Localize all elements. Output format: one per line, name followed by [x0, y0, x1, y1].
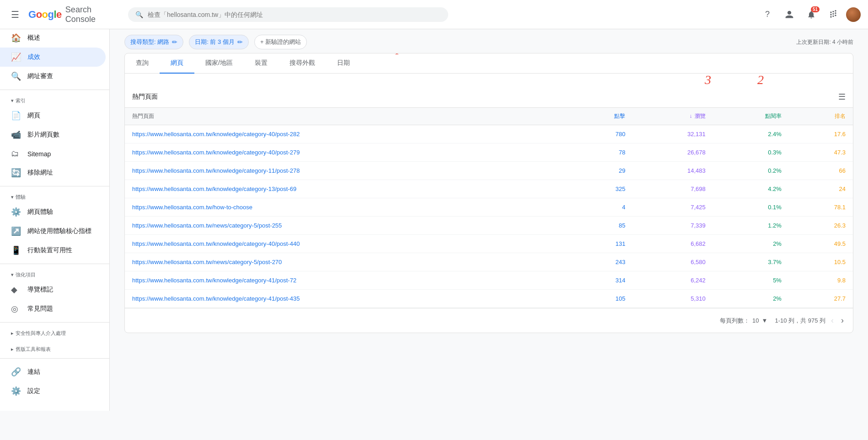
page-icon: 📄 [11, 111, 20, 121]
tabs: 查詢 網頁 國家/地區 裝置 搜尋外觀 日期 [125, 53, 853, 74]
filter-bar: 搜尋類型: 網路 ✏ 日期: 前 3 個月 ✏ + 新驗證的網站 上次更新日期:… [124, 35, 853, 49]
notification-icon[interactable]: 51 [802, 5, 820, 24]
tab-query[interactable]: 查詢 [125, 53, 160, 74]
sidebar-item-label: 影片網頁數 [27, 131, 59, 139]
sidebar-item-label: Sitemap [27, 150, 51, 158]
cell-position: 26.3 [789, 217, 853, 235]
sidebar-item-links[interactable]: 🔗 連結 [0, 362, 106, 382]
nav-main: 🏠 概述 📈 成效 🔍 網址審查 [0, 28, 109, 86]
cell-url[interactable]: https://www.hellosanta.com.tw/knowledge/… [125, 235, 570, 253]
col-header-position[interactable]: 排名 [789, 108, 853, 125]
next-page-button[interactable]: › [839, 314, 846, 327]
tab-search-appearance[interactable]: 搜尋外觀 [279, 53, 326, 74]
edit-icon[interactable]: ✏ [237, 38, 243, 46]
avatar[interactable] [846, 7, 861, 22]
sidebar-item-label: 導覽標記 [27, 286, 53, 294]
tab-device[interactable]: 裝置 [244, 53, 279, 74]
data-table: 熱門頁面 點擊 ↓ 瀏覽 點閱率 排名 https://www.hellosan… [125, 108, 853, 308]
sidebar-item-overview[interactable]: 🏠 概述 [0, 28, 106, 48]
menu-icon[interactable]: ☰ [7, 5, 23, 24]
cell-ctr: 1.2% [713, 217, 789, 235]
table-row: https://www.hellosanta.com.tw/knowledge/… [125, 125, 853, 143]
section-title-index[interactable]: ▾ 索引 [0, 94, 109, 106]
mobile-icon: 📱 [11, 245, 20, 255]
nav-divider-4 [0, 322, 109, 323]
table-filter-icon[interactable]: ☰ [838, 92, 846, 102]
edit-icon[interactable]: ✏ [172, 38, 177, 46]
cell-url[interactable]: https://www.hellosanta.com.tw/knowledge/… [125, 180, 570, 198]
col-header-ctr[interactable]: 點閱率 [713, 108, 789, 125]
table-row: https://www.hellosanta.com.tw/knowledge/… [125, 162, 853, 180]
user-account-icon[interactable] [780, 5, 798, 24]
app-name: Search Console [65, 5, 117, 24]
rows-per-page-value[interactable]: 10 [752, 317, 759, 324]
cell-ctr: 3.7% [713, 253, 789, 271]
sidebar-item-sitemap[interactable]: 🗂 Sitemap [0, 144, 106, 163]
cell-clicks: 314 [570, 271, 633, 290]
search-type-filter[interactable]: 搜尋類型: 網路 ✏ [124, 35, 183, 49]
add-filter-button[interactable]: + 新驗證的網站 [254, 35, 307, 49]
prev-page-button[interactable]: ‹ [829, 314, 836, 327]
section-title-security[interactable]: ▸ 安全性與專人介入處理 [0, 326, 109, 339]
section-title-experience[interactable]: ▾ 體驗 [0, 190, 109, 202]
table-toolbar: 熱門頁面 ☰ [125, 74, 853, 108]
page-nav: 1-10 列，共 975 列 ‹ › [775, 314, 846, 327]
google-logo: Google [28, 9, 62, 21]
cell-impressions: 14,483 [632, 162, 713, 180]
apps-icon[interactable] [824, 5, 842, 24]
sidebar-item-core-vitals[interactable]: ↗️ 網站使用體驗核心指標 [0, 222, 106, 241]
vitals-icon: ↗️ [11, 226, 20, 236]
search-icon: 🔍 [11, 71, 20, 81]
nav-index: ▾ 索引 📄 網頁 📹 影片網頁數 🗂 Sitemap 🔄 移除網址 [0, 94, 109, 182]
sidebar-item-label: 網站使用體驗核心指標 [27, 227, 91, 235]
section-title-enhancements[interactable]: ▾ 強化項目 [0, 268, 109, 280]
sidebar-item-video-pages[interactable]: 📹 影片網頁數 [0, 125, 106, 144]
sidebar-item-settings[interactable]: ⚙️ 設定 [0, 382, 106, 401]
sidebar-item-url-inspection[interactable]: 🔍 網址審查 [0, 67, 106, 86]
col-header-impressions[interactable]: ↓ 瀏覽 [632, 108, 713, 125]
table-row: https://www.hellosanta.com.tw/knowledge/… [125, 290, 853, 308]
sidebar-item-removals[interactable]: 🔄 移除網址 [0, 163, 106, 182]
tab-pages[interactable]: 網頁 [160, 53, 194, 74]
tab-date[interactable]: 日期 [326, 53, 361, 74]
table-header-row: 熱門頁面 點擊 ↓ 瀏覽 點閱率 排名 [125, 108, 853, 125]
cell-url[interactable]: https://www.hellosanta.com.tw/knowledge/… [125, 271, 570, 290]
cell-url[interactable]: https://www.hellosanta.com.tw/knowledge/… [125, 125, 570, 143]
cell-url[interactable]: https://www.hellosanta.com.tw/news/categ… [125, 253, 570, 271]
cell-url[interactable]: https://www.hellosanta.com.tw/news/categ… [125, 217, 570, 235]
last-updated: 上次更新日期: 4 小時前 [796, 38, 853, 46]
cell-url[interactable]: https://www.hellosanta.com.tw/knowledge/… [125, 290, 570, 308]
table-row: https://www.hellosanta.com.tw/news/categ… [125, 253, 853, 271]
dropdown-icon[interactable]: ▼ [762, 317, 768, 324]
sidebar-item-page-experience[interactable]: ⚙️ 網頁體驗 [0, 202, 106, 222]
col-header-url[interactable]: 熱門頁面 [125, 108, 570, 125]
tab-country[interactable]: 國家/地區 [194, 53, 244, 74]
cell-clicks: 131 [570, 235, 633, 253]
date-filter[interactable]: 日期: 前 3 個月 ✏ [189, 35, 249, 49]
sidebar-item-label: 網頁體驗 [27, 208, 53, 216]
col-header-clicks[interactable]: 點擊 [570, 108, 633, 125]
page-size-selector: 每頁列數： 10 ▼ [720, 317, 767, 325]
sidebar-item-label: 行動裝置可用性 [27, 246, 72, 254]
sidebar-item-mobile-usability[interactable]: 📱 行動裝置可用性 [0, 241, 106, 260]
cell-ctr: 2% [713, 235, 789, 253]
tabs-wrapper: 1 查詢 網頁 國家/地區 裝置 搜尋外觀 日期 [125, 53, 853, 74]
search-input[interactable] [148, 11, 441, 18]
cell-impressions: 6,580 [632, 253, 713, 271]
sidebar-item-label: 成效 [27, 53, 40, 61]
help-icon[interactable]: ? [758, 5, 777, 24]
search-bar[interactable]: 🔍 [128, 7, 448, 22]
sidebar-item-pages[interactable]: 📄 網頁 [0, 106, 106, 125]
sidebar-item-performance[interactable]: 📈 成效 [0, 48, 106, 67]
cell-url[interactable]: https://www.hellosanta.com.tw/knowledge/… [125, 143, 570, 162]
nav-security: ▸ 安全性與專人介入處理 [0, 326, 109, 339]
sidebar-item-faq[interactable]: ◎ 常見問題 [0, 299, 106, 318]
nav-experience: ▾ 體驗 ⚙️ 網頁體驗 ↗️ 網站使用體驗核心指標 📱 行動裝置可用性 [0, 190, 109, 260]
sidebar-item-breadcrumbs[interactable]: ◆ 導覽標記 [0, 280, 106, 299]
cell-url[interactable]: https://www.hellosanta.com.tw/knowledge/… [125, 162, 570, 180]
nav-enhancements: ▾ 強化項目 ◆ 導覽標記 ◎ 常見問題 [0, 268, 109, 318]
cell-ctr: 4.2% [713, 180, 789, 198]
cell-url[interactable]: https://www.hellosanta.com.tw/how-to-cho… [125, 198, 570, 217]
cell-ctr: 0.1% [713, 198, 789, 217]
section-title-legacy[interactable]: ▸ 舊版工具和報表 [0, 342, 109, 355]
